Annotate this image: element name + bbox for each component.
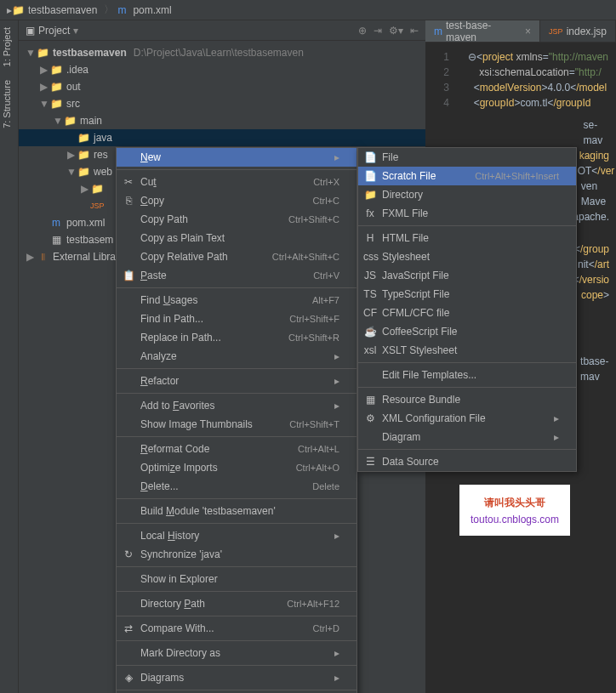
submenu-arrow-icon: ▸ [554,431,559,443]
breadcrumb-project[interactable]: testbasemaven [28,4,97,16]
menu-item-directory-path[interactable]: Directory PathCtrl+Alt+F12 [117,594,356,613]
side-tab-structure[interactable]: 7: Structure [0,73,14,135]
context-menu: New▸✂CutCtrl+X⎘CopyCtrl+CCopy PathCtrl+S… [116,147,357,693]
menu-item-compare-with-[interactable]: ⇄Compare With...Ctrl+D [117,619,356,638]
menu-icon: xsl [363,344,377,356]
menu-item-data-source[interactable]: ☰Data Source [358,452,576,471]
collapse-icon[interactable]: ⇥ [374,25,382,37]
breadcrumb-file[interactable]: pom.xml [133,4,171,16]
close-icon[interactable]: × [525,26,531,37]
menu-item-coffeescript-file[interactable]: ☕CoffeeScript File [358,322,576,341]
tree-root[interactable]: ▼📁 testbasemaven D:\Project\Java\Learn\t… [19,44,425,61]
menu-icon: 📄 [363,151,377,163]
menu-icon: ☕ [363,326,377,338]
submenu-arrow-icon: ▸ [554,412,559,424]
menu-item-copy-relative-path[interactable]: Copy Relative PathCtrl+Alt+Shift+C [117,247,356,266]
menu-item-delete-[interactable]: Delete...Delete [117,477,356,496]
tree-src[interactable]: ▼📁src [19,95,425,112]
submenu-arrow-icon: ▸ [334,151,339,163]
menu-item-xml-configuration-file[interactable]: ⚙XML Configuration File▸ [358,409,576,428]
menu-item-show-image-thumbnails[interactable]: Show Image ThumbnailsCtrl+Shift+T [117,415,356,434]
menu-icon: ↻ [122,548,135,560]
menu-item-diagram[interactable]: Diagram▸ [358,428,576,446]
menu-item-file[interactable]: 📄File [358,148,576,167]
menu-icon: ▦ [363,394,377,406]
menu-item-edit-file-templates-[interactable]: Edit File Templates... [358,366,576,384]
menu-item-directory[interactable]: 📁Directory [358,185,576,204]
menu-icon: 📋 [122,270,135,281]
menu-icon: fx [363,207,377,219]
folder-icon: ▸📁 [7,4,25,16]
menu-item-fxml-file[interactable]: fxFXML File [358,204,576,223]
tree-idea[interactable]: ▶📁.idea [19,61,425,78]
project-view-icon: ▣ [26,25,35,37]
gear-icon[interactable]: ⚙▾ [389,25,403,37]
submenu-arrow-icon: ▸ [334,375,339,387]
menu-icon: ⚙ [363,412,377,424]
menu-item-replace-in-path-[interactable]: Replace in Path...Ctrl+Shift+R [117,328,356,347]
menu-item-build-module-testbasemaven-[interactable]: Build Module 'testbasemaven' [117,502,356,520]
maven-icon: m [117,4,126,16]
menu-icon: CF [363,307,377,319]
panel-header: ▣ Project ▾ ⊕ ⇥ ⚙▾ ⇤ [19,20,425,41]
menu-icon: 📄 [363,170,377,182]
submenu-arrow-icon: ▸ [334,400,339,412]
menu-icon: TS [363,288,377,300]
submenu-arrow-icon: ▸ [334,672,339,684]
watermark: 请叫我头头哥 toutou.cnblogs.com [459,485,570,536]
menu-item-xslt-stylesheet[interactable]: xslXSLT Stylesheet [358,341,576,360]
scroll-from-source-icon[interactable]: ⊕ [358,25,367,37]
menu-item-html-file[interactable]: HHTML File [358,229,576,247]
menu-item-resource-bundle[interactable]: ▦Resource Bundle [358,390,576,409]
menu-item-copy-as-plain-text[interactable]: Copy as Plain Text [117,229,356,247]
menu-item-analyze[interactable]: Analyze▸ [117,347,356,366]
menu-item-cut[interactable]: ✂CutCtrl+X [117,173,356,191]
menu-item-optimize-imports[interactable]: Optimize ImportsCtrl+Alt+O [117,458,356,477]
menu-item-javascript-file[interactable]: JSJavaScript File [358,266,576,285]
menu-item-scratch-file[interactable]: 📄Scratch FileCtrl+Alt+Shift+Insert [358,167,576,185]
submenu-arrow-icon: ▸ [334,350,339,362]
menu-item-show-in-explorer[interactable]: Show in Explorer [117,570,356,588]
menu-item-typescript-file[interactable]: TSTypeScript File [358,285,576,304]
new-submenu: 📄File📄Scratch FileCtrl+Alt+Shift+Insert📁… [357,147,577,472]
menu-icon: ⎘ [122,195,135,207]
editor-tabs: m test-base-maven × JSP index.jsp [425,20,616,43]
panel-title[interactable]: Project [38,25,70,37]
menu-item-diagrams[interactable]: ◈Diagrams▸ [117,668,356,687]
menu-icon: JS [363,270,377,281]
maven-icon: m [434,26,442,37]
menu-item-paste[interactable]: 📋PasteCtrl+V [117,266,356,285]
submenu-arrow-icon: ▸ [334,647,339,659]
tree-main[interactable]: ▼📁main [19,112,425,129]
menu-icon: ⇄ [122,622,135,634]
menu-item-find-usages[interactable]: Find UsagesAlt+F7 [117,291,356,310]
menu-item-add-to-favorites[interactable]: Add to Favorites▸ [117,396,356,415]
hide-icon[interactable]: ⇤ [410,25,419,37]
menu-icon: H [363,232,377,244]
menu-item-new[interactable]: New▸ [117,148,356,167]
tree-out[interactable]: ▶📁out [19,78,425,95]
menu-item-cfml-cfc-file[interactable]: CFCFML/CFC file [358,304,576,322]
side-tabs: 1: Project 7: Structure [0,20,19,693]
menu-item-refactor[interactable]: Refactor▸ [117,372,356,390]
tree-java[interactable]: 📁java [19,129,425,146]
menu-item-mark-directory-as[interactable]: Mark Directory as▸ [117,644,356,662]
menu-item-find-in-path-[interactable]: Find in Path...Ctrl+Shift+F [117,310,356,328]
breadcrumb: ▸📁 testbasemaven 〉 m pom.xml [0,0,616,20]
menu-item-copy-path[interactable]: Copy PathCtrl+Shift+C [117,210,356,229]
side-tab-project[interactable]: 1: Project [0,20,14,73]
jsp-icon: JSP [549,27,563,36]
menu-icon: css [363,251,377,263]
menu-item-synchronize-java-[interactable]: ↻Synchronize 'java' [117,545,356,564]
submenu-arrow-icon: ▸ [334,530,339,542]
menu-item-reformat-code[interactable]: Reformat CodeCtrl+Alt+L [117,440,356,458]
tab-index-jsp[interactable]: JSP index.jsp [540,20,616,42]
menu-item-copy[interactable]: ⎘CopyCtrl+C [117,191,356,210]
menu-icon: ☰ [363,456,377,468]
menu-icon: ◈ [122,672,135,684]
menu-icon: 📁 [363,189,377,201]
tab-test-base-maven[interactable]: m test-base-maven × [425,20,540,42]
menu-item-local-history[interactable]: Local History▸ [117,526,356,545]
menu-item-stylesheet[interactable]: cssStylesheet [358,247,576,266]
menu-icon: ✂ [122,176,135,188]
